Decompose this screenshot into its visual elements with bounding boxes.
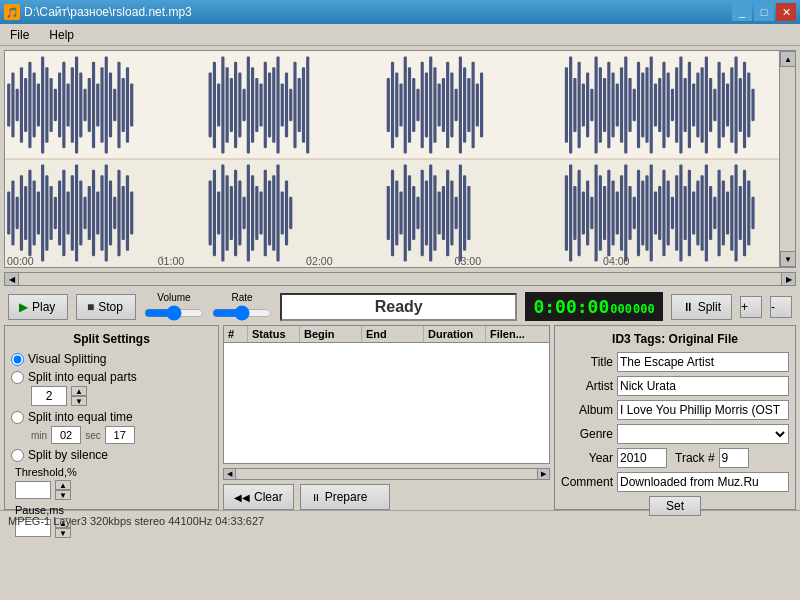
visual-splitting-radio[interactable] [11,353,24,366]
svg-rect-67 [429,56,432,153]
id3-year-row: Year Track # [561,448,789,468]
title-bar: 🎵 D:\Сайт\разное\rsload.net.mp3 _ □ ✕ [0,0,800,24]
minimize-button[interactable]: _ [732,3,752,21]
svg-rect-66 [425,73,428,138]
svg-rect-84 [582,83,585,126]
stop-button[interactable]: ■ Stop [76,294,136,320]
volume-slider[interactable] [144,305,204,321]
maximize-button[interactable]: □ [754,3,774,21]
equal-parts-option[interactable]: Split into equal parts [11,370,212,384]
svg-rect-61 [404,56,407,153]
table-h-scrollbar[interactable]: ◀ ▶ [223,468,550,480]
sec-input[interactable]: 17 [105,426,135,444]
id3-comment-input[interactable] [617,472,789,492]
table-scroll-right[interactable]: ▶ [537,469,549,479]
svg-rect-23 [92,62,95,148]
set-button[interactable]: Set [649,496,701,516]
svg-rect-20 [79,73,82,138]
svg-rect-59 [395,73,398,138]
close-button[interactable]: ✕ [776,3,796,21]
id3-album-label: Album [561,403,613,417]
parts-input[interactable]: 2 [31,386,67,406]
svg-rect-140 [71,175,74,251]
svg-rect-179 [404,164,407,261]
prepare-button[interactable]: ⏸ Prepare [300,484,390,510]
svg-rect-76 [467,78,470,132]
app-icon: 🎵 [4,4,20,20]
stop-label: Stop [98,300,123,314]
silence-option[interactable]: Split by silence [11,448,212,462]
scrollbar-up-btn[interactable]: ▲ [780,51,795,67]
pause-down[interactable]: ▼ [55,528,71,538]
vertical-scrollbar[interactable]: ▲ ▼ [779,51,795,267]
clear-label: Clear [254,490,283,504]
svg-rect-87 [595,56,598,153]
svg-rect-72 [450,73,453,138]
horizontal-scrollbar[interactable]: ◀ ▶ [4,272,796,286]
plus-button[interactable]: + [740,296,762,318]
id3-track-input[interactable] [719,448,749,468]
rate-slider[interactable] [212,305,272,321]
id3-genre-row: Genre [561,424,789,444]
svg-rect-125 [7,191,10,234]
controls-row: ▶ Play ■ Stop Volume Rate Ready 0:00:000… [0,288,800,325]
split-settings-title: Split Settings [11,332,212,346]
threshold-input[interactable]: 10 [15,481,51,499]
play-button[interactable]: ▶ Play [8,294,68,320]
scroll-right-btn[interactable]: ▶ [781,273,795,285]
svg-rect-214 [645,175,648,251]
svg-rect-178 [399,191,402,234]
svg-rect-11 [41,56,44,153]
svg-rect-81 [569,56,572,153]
menu-help[interactable]: Help [43,26,80,44]
svg-rect-4 [11,73,14,138]
scroll-left-btn[interactable]: ◀ [5,273,19,285]
segments-table[interactable]: # Status Begin End Duration Filen... [223,325,550,464]
svg-rect-116 [718,62,721,148]
clear-button[interactable]: ◀◀ Clear [223,484,294,510]
waveform-svg: 00:00 01:00 02:00 03:00 04:00 [5,51,779,267]
svg-rect-105 [671,89,674,121]
menu-file[interactable]: File [4,26,35,44]
svg-rect-111 [696,73,699,138]
scrollbar-down-btn[interactable]: ▼ [780,251,795,267]
segments-header: # Status Begin End Duration Filen... [224,326,549,343]
threshold-down[interactable]: ▼ [55,490,71,500]
svg-rect-39 [234,62,237,148]
col-status: Status [248,326,300,342]
silence-radio[interactable] [11,449,24,462]
minus-button[interactable]: - [770,296,792,318]
parts-up[interactable]: ▲ [71,386,87,396]
equal-parts-radio[interactable] [11,371,24,384]
svg-rect-195 [565,175,568,251]
visual-splitting-option[interactable]: Visual Splitting [11,352,212,366]
svg-rect-163 [243,197,246,229]
parts-down[interactable]: ▼ [71,396,87,406]
split-button[interactable]: ⏸ Split [671,294,732,320]
table-scroll-left[interactable]: ◀ [224,469,236,479]
id3-panel: ID3 Tags: Original File Title Artist Alb… [554,325,796,510]
waveform-canvas[interactable]: 00:00 01:00 02:00 03:00 04:00 [5,51,779,267]
id3-year-input[interactable] [617,448,667,468]
threshold-label: Threshold,% [15,466,77,478]
min-input[interactable]: 02 [51,426,81,444]
id3-genre-select[interactable] [617,424,789,444]
svg-rect-50 [281,83,284,126]
svg-rect-225 [692,191,695,234]
svg-rect-197 [573,186,576,240]
svg-rect-159 [226,175,229,251]
svg-rect-89 [603,78,606,132]
svg-rect-212 [637,170,640,256]
waveform-display[interactable]: 00:00 01:00 02:00 03:00 04:00 ▲ ▼ [5,51,795,267]
equal-time-radio[interactable] [11,411,24,424]
svg-rect-217 [658,186,661,240]
svg-rect-203 [599,175,602,251]
equal-time-option[interactable]: Split into equal time [11,410,212,424]
id3-title-input[interactable] [617,352,789,372]
svg-rect-45 [259,83,262,126]
svg-rect-115 [713,89,716,121]
svg-rect-136 [54,197,57,229]
id3-artist-input[interactable] [617,376,789,396]
threshold-up[interactable]: ▲ [55,480,71,490]
id3-album-input[interactable] [617,400,789,420]
